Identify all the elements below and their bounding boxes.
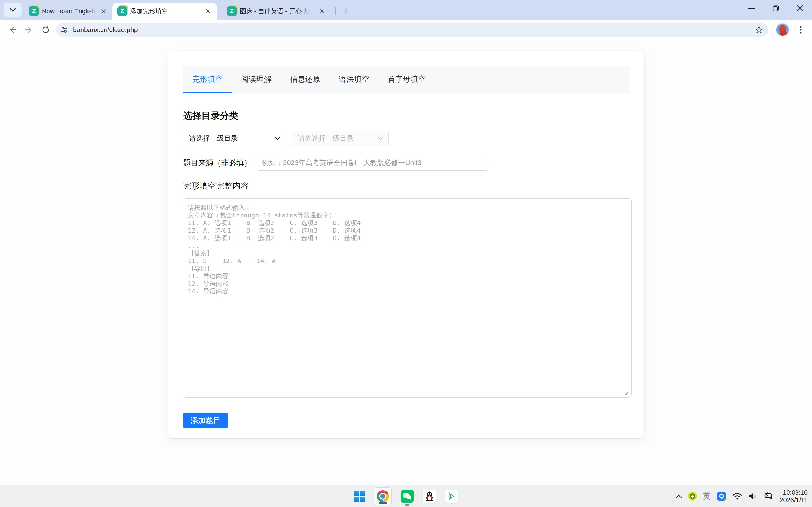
source-input[interactable] [257,155,488,171]
site-favicon-icon: Z [29,6,39,16]
taskbar-chrome-button[interactable] [374,487,392,505]
browser-tab-title: 图床 - 自律英语 - 开心快乐学英 [240,7,310,15]
qq-penguin-icon [425,491,434,501]
tab-divider [335,7,336,15]
tune-icon [61,26,67,33]
url-text[interactable]: banbanx.cn/cloze.php [73,26,753,34]
browser-tab-title: 添加完形填空 [130,7,168,15]
wechat-icon [403,492,412,500]
secondary-category-select[interactable]: 请先选择一级目录 [292,130,389,147]
tab-label: 信息还原 [290,74,320,84]
chevron-down-icon [378,137,383,140]
category-selects-row: 请选择一级目录 请先选择一级目录 [183,130,629,147]
restore-icon [772,5,779,12]
source-label: 题目来源（非必填） [183,158,252,168]
clock-date: 2026/1/11 [780,496,808,504]
browser-tab-title: Now Learn English - 自律英语 [42,7,96,15]
forward-arrow-icon [25,26,33,34]
category-section-title: 选择目录分类 [183,110,629,122]
bookmark-star-button[interactable] [753,24,765,36]
profile-avatar[interactable] [776,23,789,37]
tab-label: 完形填空 [192,74,223,84]
chrome-icon [377,490,389,502]
add-question-button[interactable]: 添加题目 [183,412,228,429]
taskbar-qq-button[interactable] [423,490,436,503]
taskbar-tencent-video-button[interactable] [445,490,458,503]
close-icon [797,5,803,11]
ime-language-indicator[interactable]: 英 [703,491,711,501]
kebab-menu-icon [800,26,802,34]
site-info-button[interactable] [58,24,70,36]
close-tab-icon[interactable] [317,7,326,15]
active-app-indicator [379,502,387,504]
tencent-video-icon [447,492,456,501]
power-tray-icon[interactable] [763,492,774,500]
qq-tray-letter: Q [719,493,724,500]
windows-logo-icon [354,491,365,502]
hidden-icons-button[interactable] [676,495,681,498]
star-icon [755,26,763,34]
tab-cloze[interactable]: 完形填空 [183,66,232,93]
qq-tray-icon[interactable]: Q [717,492,726,501]
site-favicon-icon: Z [117,6,127,16]
antivirus-tray-icon[interactable] [688,492,697,501]
close-window-button[interactable] [788,0,812,16]
site-favicon-icon: Z [227,6,237,16]
close-tab-icon[interactable] [204,7,212,15]
tab-grammar[interactable]: 语法填空 [329,66,378,93]
start-button[interactable] [354,491,365,502]
primary-category-select[interactable]: 请选择一级目录 [183,130,286,147]
tab-label: 阅读理解 [241,74,271,84]
cloze-content-textarea[interactable] [183,199,631,398]
restore-button[interactable] [764,0,788,16]
chevron-up-icon [676,495,681,498]
chevron-down-icon [275,137,280,140]
clock-time: 10:09:16 [780,489,808,496]
forward-button[interactable] [21,21,38,38]
reload-button[interactable] [38,21,54,38]
close-tab-icon[interactable] [99,7,108,15]
browser-tab-add-cloze[interactable]: Z 添加完形填空 [112,3,217,20]
minimize-icon [748,8,755,9]
back-button[interactable] [4,21,21,38]
taskbar-wechat-button[interactable] [401,490,414,503]
browser-tab-strip: Z Now Learn English - 自律英语 Z 添加完形填空 Z 图床… [0,0,812,20]
select-value: 请先选择一级目录 [298,134,378,143]
browser-tab-image-host[interactable]: Z 图床 - 自律英语 - 开心快乐学英 [222,3,331,20]
tab-first-letter[interactable]: 首字母填空 [378,66,435,93]
new-tab-button[interactable] [339,4,353,18]
taskbar-clock[interactable]: 10:09:16 2026/1/11 [780,489,808,504]
tab-reading[interactable]: 阅读理解 [232,66,281,93]
content-section-title: 完形填空完整内容 [183,180,629,191]
tab-label: 首字母填空 [388,74,426,84]
browser-menu-button[interactable] [794,23,808,37]
volume-tray-icon[interactable] [748,493,757,500]
tab-info-restore[interactable]: 信息还原 [281,66,329,93]
browser-toolbar: banbanx.cn/cloze.php [0,20,812,40]
back-arrow-icon [9,26,17,34]
wifi-tray-icon[interactable] [732,493,742,500]
page-content: 完形填空 阅读理解 信息还原 语法填空 首字母填空 选择目录分类 请选择一级目录… [0,40,812,485]
select-value: 请选择一级目录 [189,134,275,143]
address-bar[interactable]: banbanx.cn/cloze.php [56,23,768,37]
plus-icon [343,8,350,14]
reload-icon [42,26,50,34]
windows-taskbar: 英 Q 10:09:16 2026/1/11 [0,485,812,507]
form-card: 完形填空 阅读理解 信息还原 语法填空 首字母填空 选择目录分类 请选择一级目录… [168,51,644,438]
system-tray: 英 Q 10:09:16 2026/1/11 [676,486,812,507]
browser-tab-now-learn-english[interactable]: Z Now Learn English - 自律英语 [24,3,112,20]
question-type-tabs: 完形填空 阅读理解 信息还原 语法填空 首字母填空 [183,66,629,93]
running-app-indicator [405,504,409,506]
tab-label: 语法填空 [339,74,369,84]
chevron-down-icon [10,8,15,12]
minimize-button[interactable] [740,0,764,16]
source-row: 题目来源（非必填） [183,155,629,171]
window-controls [740,0,812,16]
tab-search-button[interactable] [4,3,21,17]
